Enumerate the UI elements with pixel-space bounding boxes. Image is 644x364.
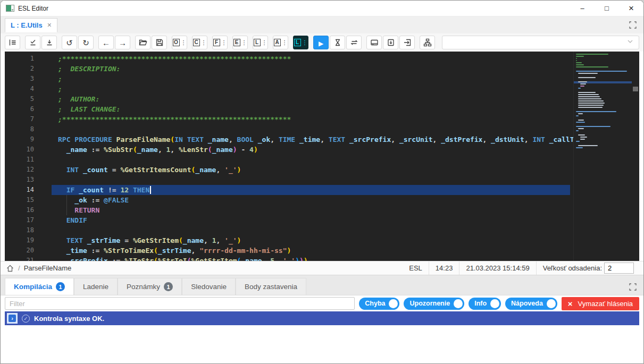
- minimap[interactable]: [573, 52, 632, 261]
- panel-tab-ladenie[interactable]: Ladenie: [74, 278, 118, 295]
- code-line[interactable]: 11: [5, 155, 639, 165]
- code-line[interactable]: 18: [5, 225, 639, 235]
- code-editor[interactable]: 1;**************************************…: [5, 52, 639, 261]
- constants-box-button[interactable]: C⋮: [192, 36, 207, 49]
- navigate-back-button[interactable]: ←: [98, 36, 114, 49]
- scrollbar-thumb[interactable]: [633, 87, 638, 91]
- aliases-box-button[interactable]: A⋮: [273, 36, 288, 49]
- code-line-content[interactable]: ;: [52, 74, 570, 84]
- line-number[interactable]: 11: [5, 155, 52, 165]
- line-number[interactable]: 3: [5, 74, 52, 84]
- code-line-content[interactable]: ;: [52, 84, 570, 94]
- code-line[interactable]: 13: [5, 175, 639, 185]
- code-line[interactable]: 14 IF _count != 12 THEN: [5, 185, 639, 195]
- code-line[interactable]: 10 _name := %SubStr(_name, 1, %LenStr(_n…: [5, 145, 639, 155]
- line-number[interactable]: 19: [5, 235, 52, 246]
- line-number[interactable]: 12: [5, 165, 52, 175]
- code-line[interactable]: 3;: [5, 74, 639, 84]
- line-number[interactable]: 6: [5, 104, 52, 114]
- line-number[interactable]: 7: [5, 114, 52, 124]
- code-line-content[interactable]: RPC PROCEDURE ParseFileName(IN TEXT _nam…: [52, 134, 591, 145]
- code-line-content[interactable]: [52, 155, 570, 165]
- panel-tab-sledovanie[interactable]: Sledovanie: [182, 278, 236, 295]
- line-number[interactable]: 10: [5, 145, 52, 155]
- code-line[interactable]: 2; DESCRIPTION:: [5, 64, 639, 74]
- breadcrumb-procedure[interactable]: ParseFileName: [24, 264, 72, 272]
- line-number[interactable]: 20: [5, 246, 52, 256]
- expand-panel-icon[interactable]: [629, 283, 637, 291]
- loop-button[interactable]: [346, 36, 362, 49]
- code-line[interactable]: 17 ENDIF: [5, 215, 639, 225]
- minimize-button[interactable]: –: [570, 1, 595, 16]
- code-line[interactable]: 8: [5, 124, 639, 134]
- line-number[interactable]: 13: [5, 175, 52, 185]
- code-line[interactable]: 4;: [5, 84, 639, 94]
- code-line-content[interactable]: [52, 175, 570, 185]
- export-block-button[interactable]: [399, 36, 415, 49]
- code-line-content[interactable]: _srcPrefix := %IToStr(%StrToI(%GetStrIte…: [52, 256, 570, 261]
- panel-tab-kompil-cia[interactable]: Kompilácia1: [5, 278, 74, 295]
- navigate-forward-button[interactable]: →: [115, 36, 130, 49]
- wait-button[interactable]: [330, 36, 345, 49]
- open-file-button[interactable]: [135, 36, 150, 49]
- line-number[interactable]: 21: [5, 256, 52, 261]
- code-line[interactable]: 16 RETURN: [5, 205, 639, 215]
- functions-box-button[interactable]: F⋮: [212, 36, 228, 49]
- line-number[interactable]: 4: [5, 84, 52, 94]
- line-number[interactable]: 9: [5, 134, 52, 145]
- panel-tab-body-zastavenia[interactable]: Body zastavenia: [236, 278, 306, 295]
- filter-input[interactable]: [5, 297, 355, 310]
- undo-button[interactable]: ↺: [62, 36, 77, 49]
- line-number[interactable]: 15: [5, 195, 52, 205]
- code-line-content[interactable]: _name := %SubStr(_name, 1, %LenStr(_name…: [52, 145, 570, 155]
- insert-to-line-button[interactable]: [41, 36, 57, 49]
- code-line[interactable]: 12 INT _count = %GetStrItemsCount(_name,…: [5, 165, 639, 175]
- line-number[interactable]: 14: [5, 185, 52, 195]
- close-button[interactable]: ×: [619, 1, 643, 16]
- toggle-info[interactable]: Info: [469, 298, 501, 310]
- code-line-content[interactable]: ; DESCRIPTION:: [52, 64, 570, 74]
- redo-button[interactable]: ↻: [78, 36, 94, 49]
- line-number[interactable]: 2: [5, 64, 52, 74]
- code-line-content[interactable]: [52, 124, 570, 134]
- show-panel-button[interactable]: [366, 36, 382, 49]
- code-line[interactable]: 1;**************************************…: [5, 54, 639, 64]
- code-line-content[interactable]: IF _count != 12 THEN: [52, 185, 570, 195]
- line-number[interactable]: 8: [5, 124, 52, 134]
- code-line[interactable]: 21 _srcPrefix := %IToStr(%StrToI(%GetStr…: [5, 256, 639, 261]
- line-number[interactable]: 1: [5, 54, 52, 64]
- code-line-content[interactable]: [52, 225, 570, 235]
- objects-box-button[interactable]: O⋮: [172, 36, 187, 49]
- line-number[interactable]: 17: [5, 215, 52, 225]
- locals-box-button[interactable]: L⋮: [253, 36, 268, 49]
- syntax-check-button[interactable]: [25, 36, 40, 49]
- expand-editor-icon[interactable]: [629, 21, 637, 29]
- home-icon[interactable]: [6, 264, 14, 273]
- line-number[interactable]: 16: [5, 205, 52, 215]
- format-indent-button[interactable]: [5, 36, 20, 49]
- code-line[interactable]: 5; AUTHOR:: [5, 94, 639, 104]
- indent-size-input[interactable]: [604, 263, 634, 274]
- code-line-content[interactable]: _ok := @FALSE: [52, 195, 570, 205]
- save-file-button[interactable]: [152, 36, 167, 49]
- procedure-selector-dropdown[interactable]: [442, 36, 639, 49]
- code-line[interactable]: 19 TEXT _strTime = %GetStrItem(_name, 1,…: [5, 235, 639, 246]
- tab-close-icon[interactable]: ×: [47, 21, 52, 29]
- code-line-content[interactable]: TEXT _strTime = %GetStrItem(_name, 1, '_…: [52, 235, 570, 246]
- editor-scrollbar[interactable]: [632, 52, 639, 261]
- line-number[interactable]: 18: [5, 225, 52, 235]
- toggle-n-poveda[interactable]: Nápoveda: [505, 298, 557, 310]
- code-line-content[interactable]: ;***************************************…: [52, 114, 570, 124]
- document-tab[interactable]: L : E.Utils ×: [5, 18, 57, 32]
- code-line-content[interactable]: ;***************************************…: [52, 54, 570, 64]
- panel-tab-pozn-mky[interactable]: Poznámky1: [118, 278, 182, 295]
- run-button[interactable]: ▶: [313, 36, 329, 49]
- code-line-content[interactable]: _time := %StrToTimeEx(_strTime, "rrrr-dd…: [52, 246, 570, 256]
- maximize-button[interactable]: □: [595, 1, 619, 16]
- events-box-button[interactable]: E⋮: [232, 36, 248, 49]
- code-line-content[interactable]: RETURN: [52, 205, 570, 215]
- code-line[interactable]: 6; LAST CHANGE:: [5, 104, 639, 114]
- compiler-message-row[interactable]: › ✓ Kontrola syntaxe OK.: [5, 311, 639, 325]
- code-line-content[interactable]: ; AUTHOR:: [52, 94, 570, 104]
- line-number[interactable]: 5: [5, 94, 52, 104]
